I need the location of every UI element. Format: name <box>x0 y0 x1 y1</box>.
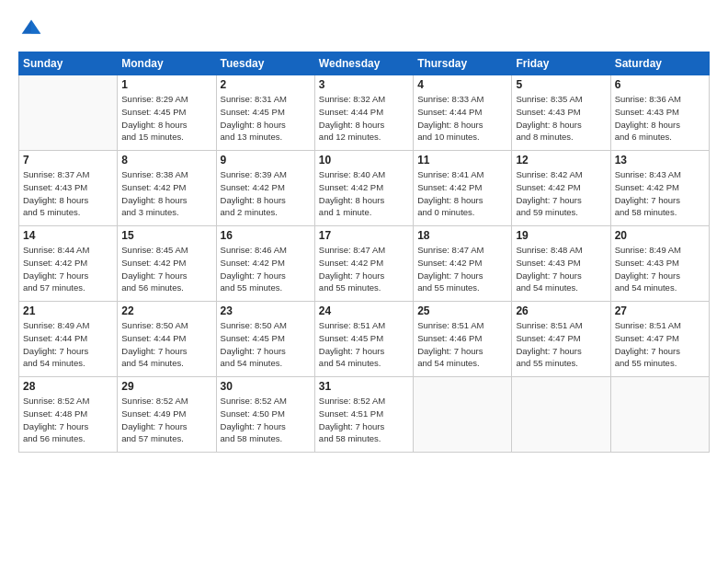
day-number: 3 <box>319 78 409 91</box>
table-row: 20Sunrise: 8:49 AM Sunset: 4:43 PM Dayli… <box>610 226 709 302</box>
table-row: 22Sunrise: 8:50 AM Sunset: 4:44 PM Dayli… <box>118 302 216 377</box>
day-info: Sunrise: 8:42 AM Sunset: 4:42 PM Dayligh… <box>516 168 606 219</box>
table-row: 8Sunrise: 8:38 AM Sunset: 4:42 PM Daylig… <box>118 151 216 226</box>
table-row: 13Sunrise: 8:43 AM Sunset: 4:42 PM Dayli… <box>610 151 709 226</box>
day-number: 8 <box>121 154 211 167</box>
table-row: 29Sunrise: 8:52 AM Sunset: 4:49 PM Dayli… <box>118 377 216 453</box>
header-thursday: Thursday <box>414 52 512 75</box>
day-number: 7 <box>23 154 113 167</box>
header-friday: Friday <box>512 52 610 75</box>
day-info: Sunrise: 8:52 AM Sunset: 4:50 PM Dayligh… <box>221 395 311 445</box>
day-info: Sunrise: 8:52 AM Sunset: 4:49 PM Dayligh… <box>121 395 211 445</box>
weekday-header-row: Sunday Monday Tuesday Wednesday Thursday… <box>19 52 710 75</box>
day-number: 2 <box>221 78 311 91</box>
day-info: Sunrise: 8:44 AM Sunset: 4:42 PM Dayligh… <box>23 244 113 294</box>
calendar-week-row: 7Sunrise: 8:37 AM Sunset: 4:43 PM Daylig… <box>19 151 710 226</box>
day-info: Sunrise: 8:48 AM Sunset: 4:43 PM Dayligh… <box>516 244 606 294</box>
table-row: 17Sunrise: 8:47 AM Sunset: 4:42 PM Dayli… <box>314 226 413 302</box>
table-row: 21Sunrise: 8:49 AM Sunset: 4:44 PM Dayli… <box>19 302 118 377</box>
day-number: 13 <box>615 154 705 167</box>
day-number: 25 <box>417 304 507 317</box>
table-row: 25Sunrise: 8:51 AM Sunset: 4:46 PM Dayli… <box>414 302 512 377</box>
day-info: Sunrise: 8:43 AM Sunset: 4:42 PM Dayligh… <box>615 168 705 219</box>
day-info: Sunrise: 8:41 AM Sunset: 4:42 PM Dayligh… <box>417 168 507 219</box>
day-number: 4 <box>417 78 507 91</box>
day-number: 31 <box>319 380 409 393</box>
day-number: 24 <box>319 304 409 317</box>
day-number: 30 <box>221 380 311 393</box>
table-row: 28Sunrise: 8:52 AM Sunset: 4:48 PM Dayli… <box>19 377 118 453</box>
day-number: 29 <box>121 380 211 393</box>
day-info: Sunrise: 8:37 AM Sunset: 4:43 PM Dayligh… <box>23 168 113 219</box>
day-number: 28 <box>23 380 113 393</box>
table-row: 6Sunrise: 8:36 AM Sunset: 4:43 PM Daylig… <box>610 75 709 151</box>
day-info: Sunrise: 8:47 AM Sunset: 4:42 PM Dayligh… <box>319 244 409 294</box>
logo-icon <box>20 17 42 39</box>
day-info: Sunrise: 8:33 AM Sunset: 4:44 PM Dayligh… <box>417 93 507 144</box>
day-number: 9 <box>221 154 311 167</box>
day-info: Sunrise: 8:39 AM Sunset: 4:42 PM Dayligh… <box>221 168 311 219</box>
table-row: 12Sunrise: 8:42 AM Sunset: 4:42 PM Dayli… <box>512 151 610 226</box>
day-number: 12 <box>516 154 606 167</box>
day-info: Sunrise: 8:31 AM Sunset: 4:45 PM Dayligh… <box>221 93 311 144</box>
day-number: 26 <box>516 304 606 317</box>
table-row: 11Sunrise: 8:41 AM Sunset: 4:42 PM Dayli… <box>414 151 512 226</box>
day-info: Sunrise: 8:47 AM Sunset: 4:42 PM Dayligh… <box>417 244 507 294</box>
day-info: Sunrise: 8:45 AM Sunset: 4:42 PM Dayligh… <box>121 244 211 294</box>
header-monday: Monday <box>118 52 216 75</box>
day-number: 11 <box>417 154 507 167</box>
table-row: 27Sunrise: 8:51 AM Sunset: 4:47 PM Dayli… <box>610 302 709 377</box>
day-info: Sunrise: 8:52 AM Sunset: 4:51 PM Dayligh… <box>319 395 409 445</box>
day-info: Sunrise: 8:51 AM Sunset: 4:47 PM Dayligh… <box>516 319 606 370</box>
table-row: 24Sunrise: 8:51 AM Sunset: 4:45 PM Dayli… <box>314 302 413 377</box>
day-number: 5 <box>516 78 606 91</box>
day-number: 27 <box>615 304 705 317</box>
table-row: 19Sunrise: 8:48 AM Sunset: 4:43 PM Dayli… <box>512 226 610 302</box>
day-number: 6 <box>615 78 705 91</box>
table-row: 1Sunrise: 8:29 AM Sunset: 4:45 PM Daylig… <box>118 75 216 151</box>
day-number: 1 <box>121 78 211 91</box>
day-number: 23 <box>221 304 311 317</box>
header-saturday: Saturday <box>610 52 709 75</box>
day-number: 19 <box>516 229 606 242</box>
table-row: 7Sunrise: 8:37 AM Sunset: 4:43 PM Daylig… <box>19 151 118 226</box>
day-number: 16 <box>221 229 311 242</box>
day-info: Sunrise: 8:35 AM Sunset: 4:43 PM Dayligh… <box>516 93 606 144</box>
day-info: Sunrise: 8:50 AM Sunset: 4:45 PM Dayligh… <box>221 319 311 370</box>
svg-marker-1 <box>31 19 40 33</box>
calendar-week-row: 1Sunrise: 8:29 AM Sunset: 4:45 PM Daylig… <box>19 75 710 151</box>
day-info: Sunrise: 8:40 AM Sunset: 4:42 PM Dayligh… <box>319 168 409 219</box>
day-number: 18 <box>417 229 507 242</box>
day-info: Sunrise: 8:49 AM Sunset: 4:44 PM Dayligh… <box>23 319 113 370</box>
page: Sunday Monday Tuesday Wednesday Thursday… <box>0 0 728 563</box>
calendar-week-row: 14Sunrise: 8:44 AM Sunset: 4:42 PM Dayli… <box>19 226 710 302</box>
day-number: 15 <box>121 229 211 242</box>
table-row: 9Sunrise: 8:39 AM Sunset: 4:42 PM Daylig… <box>216 151 314 226</box>
day-info: Sunrise: 8:36 AM Sunset: 4:43 PM Dayligh… <box>615 93 705 144</box>
day-info: Sunrise: 8:51 AM Sunset: 4:46 PM Dayligh… <box>417 319 507 370</box>
calendar-week-row: 28Sunrise: 8:52 AM Sunset: 4:48 PM Dayli… <box>19 377 710 453</box>
day-number: 14 <box>23 229 113 242</box>
day-info: Sunrise: 8:52 AM Sunset: 4:48 PM Dayligh… <box>23 395 113 445</box>
table-row <box>414 377 512 453</box>
day-info: Sunrise: 8:32 AM Sunset: 4:44 PM Dayligh… <box>319 93 409 144</box>
table-row: 18Sunrise: 8:47 AM Sunset: 4:42 PM Dayli… <box>414 226 512 302</box>
day-info: Sunrise: 8:50 AM Sunset: 4:44 PM Dayligh… <box>121 319 211 370</box>
day-info: Sunrise: 8:49 AM Sunset: 4:43 PM Dayligh… <box>615 244 705 294</box>
day-info: Sunrise: 8:51 AM Sunset: 4:47 PM Dayligh… <box>615 319 705 370</box>
calendar-week-row: 21Sunrise: 8:49 AM Sunset: 4:44 PM Dayli… <box>19 302 710 377</box>
day-number: 22 <box>121 304 211 317</box>
day-number: 20 <box>615 229 705 242</box>
table-row <box>610 377 709 453</box>
day-info: Sunrise: 8:51 AM Sunset: 4:45 PM Dayligh… <box>319 319 409 370</box>
header-wednesday: Wednesday <box>314 52 413 75</box>
day-info: Sunrise: 8:29 AM Sunset: 4:45 PM Dayligh… <box>121 93 211 144</box>
header-sunday: Sunday <box>19 52 118 75</box>
table-row: 3Sunrise: 8:32 AM Sunset: 4:44 PM Daylig… <box>314 75 413 151</box>
table-row <box>512 377 610 453</box>
table-row: 14Sunrise: 8:44 AM Sunset: 4:42 PM Dayli… <box>19 226 118 302</box>
table-row: 31Sunrise: 8:52 AM Sunset: 4:51 PM Dayli… <box>314 377 413 453</box>
table-row: 15Sunrise: 8:45 AM Sunset: 4:42 PM Dayli… <box>118 226 216 302</box>
day-number: 10 <box>319 154 409 167</box>
table-row: 5Sunrise: 8:35 AM Sunset: 4:43 PM Daylig… <box>512 75 610 151</box>
